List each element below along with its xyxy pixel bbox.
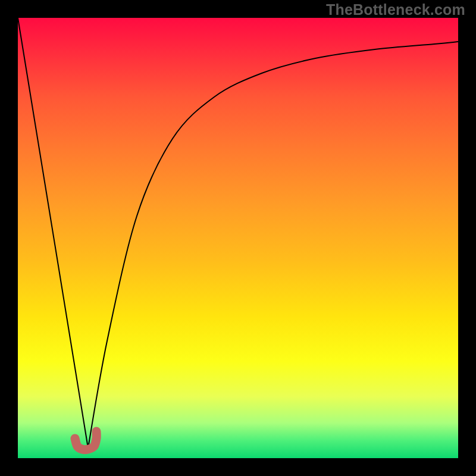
chart-area: [18, 18, 458, 458]
series-left-slope: [18, 18, 88, 448]
watermark-text: TheBottleneck.com: [326, 1, 465, 18]
chart-svg: [18, 18, 458, 458]
series-right-curve: [88, 42, 458, 448]
